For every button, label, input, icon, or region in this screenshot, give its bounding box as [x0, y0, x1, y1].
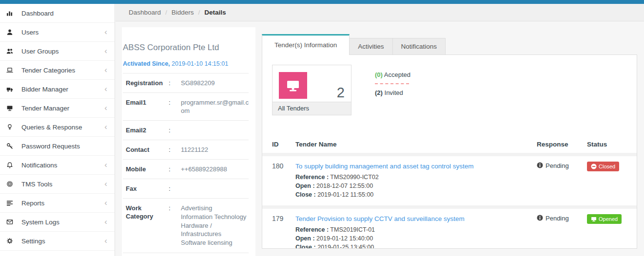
main-content: ABSS Corporation Pte Ltd Activated Since…: [116, 21, 644, 256]
field-value: [181, 126, 249, 134]
invited-label: Invited: [385, 89, 403, 96]
sidebar: Dashboard Users ‹ User Groups ‹ Tender C…: [0, 4, 115, 256]
key-icon: [5, 143, 14, 149]
breadcrumb-details: Details: [204, 9, 226, 16]
open-value: 2019-01-12 15:40:00: [316, 235, 373, 242]
work-category-line: Hardware / Infrastructures: [181, 221, 249, 238]
chevron-left-icon: ‹: [104, 161, 107, 169]
lightbulb-icon: [5, 124, 14, 130]
activated-since-label: Activated Since,: [123, 60, 170, 67]
sidebar-item-help[interactable]: Help: [0, 251, 115, 256]
all-tenders-widget[interactable]: 2 All Tenders: [272, 65, 351, 115]
monitor-tile-icon: [279, 72, 307, 99]
field-colon: :: [169, 146, 181, 154]
sidebar-item-label: Settings: [21, 238, 104, 245]
tenders-information-panel: 2 All Tenders (0) Accepted (2) Invited I…: [262, 55, 637, 249]
invited-stat: (2) Invited: [375, 89, 410, 96]
field-colon: :: [169, 165, 181, 173]
chevron-left-icon: ‹: [104, 123, 107, 131]
profile-row-fax: Fax :: [123, 179, 249, 198]
sidebar-item-label: System Logs: [21, 219, 104, 226]
sidebar-item-password-requests[interactable]: Password Requests: [0, 137, 115, 156]
profile-row-work-category: Work Category : Advertising Information …: [123, 198, 249, 253]
sidebar-item-reports[interactable]: Reports ‹: [0, 194, 115, 213]
monitor-icon: [591, 217, 597, 222]
reference-value: TMS20990-ICT02: [330, 174, 378, 181]
profile-row-status: Status : Active: [123, 253, 249, 256]
status-text: Closed: [599, 164, 615, 169]
sidebar-item-users[interactable]: Users ‹: [0, 23, 115, 42]
field-value: 11221122: [181, 146, 249, 154]
response-cell: Pending: [537, 162, 587, 199]
sidebar-item-label: Bidder Manager: [21, 86, 104, 93]
row-separator: [262, 153, 637, 156]
tender-name-link[interactable]: Tender Provision to supply CCTV and surv…: [295, 215, 465, 222]
tender-stats: (0) Accepted (2) Invited: [375, 71, 410, 96]
close-value: 2019-01-12 11:55:00: [317, 191, 373, 198]
row-separator: [262, 205, 637, 209]
table-row: 180 To supply building management and as…: [262, 156, 637, 205]
sidebar-item-label: Users: [21, 29, 104, 36]
sidebar-item-system-logs[interactable]: System Logs ‹: [0, 213, 115, 232]
status-text: Opened: [599, 216, 618, 222]
tab-activities[interactable]: Activities: [350, 38, 392, 55]
close-label: Close :: [295, 191, 316, 198]
open-label: Open :: [295, 235, 315, 242]
field-label: Email2: [126, 126, 169, 134]
table-row: 179 Tender Provision to supply CCTV and …: [262, 209, 637, 249]
tender-name-cell: To supply building management and asset …: [295, 162, 537, 199]
company-name: ABSS Corporation Pte Ltd: [123, 43, 249, 53]
reference-label: Reference :: [295, 174, 329, 181]
all-tenders-widget-top: 2: [273, 65, 351, 102]
reference-value: TMS2019ICT-01: [330, 226, 375, 233]
activated-since: Activated Since, 2019-01-10 14:15:01: [123, 60, 249, 67]
target-icon: [5, 181, 14, 187]
work-category-line: Software licensing: [181, 238, 249, 247]
profile-row-registration: Registration : SG8982209: [123, 73, 249, 92]
breadcrumb-separator: /: [165, 9, 167, 16]
breadcrumb-dashboard[interactable]: Dashboard: [129, 9, 161, 16]
gear-icon: [5, 238, 14, 244]
field-label: Work Category: [126, 204, 169, 247]
breadcrumb-bidders[interactable]: Bidders: [172, 9, 194, 16]
tab-tenders-information[interactable]: Tender(s) Information: [262, 34, 350, 55]
work-category-values: Advertising Information Technology Hardw…: [181, 204, 249, 247]
sidebar-item-queries-response[interactable]: Queries & Response ‹: [0, 118, 115, 137]
status-badge-opened: Opened: [587, 214, 622, 224]
reference-label: Reference :: [295, 226, 329, 233]
envelope-icon: [5, 219, 14, 225]
top-accent-bar: [0, 0, 644, 4]
chevron-left-icon: ‹: [104, 104, 107, 112]
sidebar-item-label: Tender Categories: [21, 67, 104, 74]
field-label: Registration: [126, 79, 169, 87]
tab-notifications[interactable]: Notifications: [393, 38, 446, 55]
sidebar-item-notifications[interactable]: Notifications ‹: [0, 156, 115, 175]
monitor-icon: [5, 105, 14, 111]
user-group-icon: [5, 48, 14, 55]
sidebar-item-bidder-manager[interactable]: Bidder Manager ‹: [0, 80, 115, 99]
header-tender-name: Tender Name: [295, 141, 537, 148]
close-value: 2019-01-25 13:45:00: [317, 244, 374, 249]
accepted-stat: (0) Accepted: [375, 71, 410, 78]
field-value: programmer.sr@gmail.com: [181, 98, 249, 115]
sidebar-item-tender-manager[interactable]: Tender Manager ‹: [0, 99, 115, 118]
chevron-left-icon: ‹: [104, 47, 107, 55]
profile-row-email1: Email1 : programmer.sr@gmail.com: [123, 92, 249, 120]
sidebar-item-user-groups[interactable]: User Groups ‹: [0, 42, 115, 61]
field-label: Fax: [126, 184, 169, 193]
sidebar-item-settings[interactable]: Settings ‹: [0, 232, 115, 251]
tender-open: Open : 2018-12-07 12:55:00: [295, 182, 537, 190]
panel-body: 2 All Tenders (0) Accepted (2) Invited I…: [262, 55, 637, 249]
all-tenders-label: All Tenders: [273, 102, 351, 115]
tender-open: Open : 2019-01-12 15:40:00: [295, 235, 537, 243]
tender-close: Close : 2019-01-12 11:55:00: [295, 191, 537, 199]
sidebar-item-tms-tools[interactable]: TMS Tools ‹: [0, 175, 115, 194]
open-value: 2018-12-07 12:55:00: [316, 183, 373, 189]
sidebar-item-dashboard[interactable]: Dashboard: [0, 4, 115, 23]
header-status: Status: [587, 141, 627, 148]
sidebar-item-label: Reports: [21, 200, 104, 207]
tender-name-link[interactable]: To supply building management and asset …: [295, 163, 473, 170]
bar-chart-icon: [5, 10, 14, 17]
sidebar-item-tender-categories[interactable]: Tender Categories ‹: [0, 61, 115, 80]
tender-id: 180: [272, 162, 295, 199]
